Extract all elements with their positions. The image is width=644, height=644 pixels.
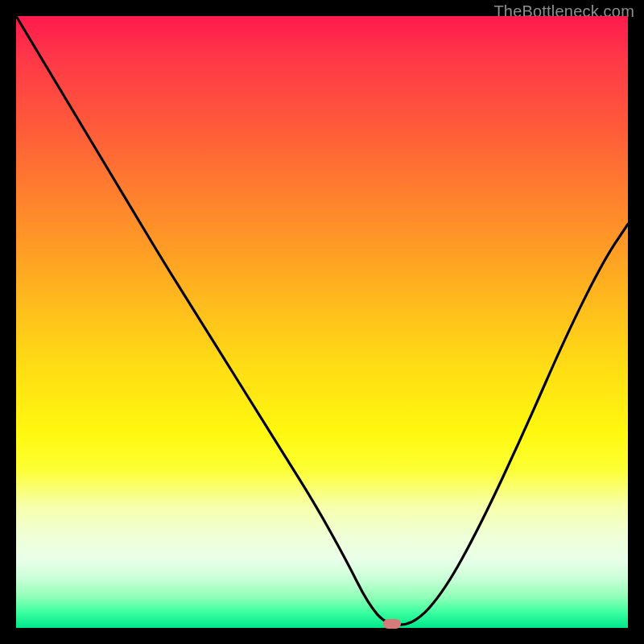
plot-area [16, 16, 628, 628]
chart-container: TheBottleneck.com [0, 0, 644, 644]
bottleneck-curve [16, 16, 628, 628]
optimal-point-marker [383, 619, 401, 629]
curve-path [16, 16, 628, 625]
